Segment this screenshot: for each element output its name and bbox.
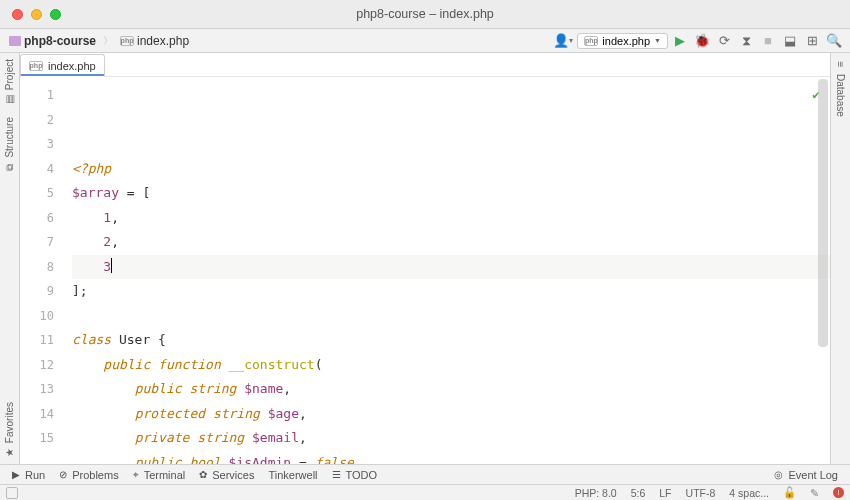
readonly-lock-icon[interactable]: 🔓	[783, 486, 796, 499]
warning-icon: ⊘	[59, 469, 67, 480]
code-line[interactable]: class User {	[72, 328, 830, 353]
terminal-tool-label: Terminal	[144, 469, 186, 481]
code-token	[72, 234, 103, 249]
line-number: 3	[20, 132, 54, 157]
minimize-window-button[interactable]	[31, 9, 42, 20]
code-token: ,	[299, 430, 307, 445]
titlebar: php8-course – index.php	[0, 0, 850, 29]
code-token: ];	[72, 283, 88, 298]
editor-scrollbar[interactable]	[818, 79, 828, 462]
database-tool-tab[interactable]: ≡ Database	[831, 53, 850, 123]
favorites-tool-tab[interactable]: ★ Favorites	[0, 396, 19, 464]
event-log-icon: ◎	[774, 469, 783, 480]
breadcrumb-file-label: index.php	[137, 34, 189, 48]
php-file-icon: php	[584, 36, 598, 46]
code-line[interactable]: ];	[72, 279, 830, 304]
services-tool-button[interactable]: ✿Services	[193, 467, 260, 483]
profile-button[interactable]: ⧗	[736, 31, 756, 51]
line-number: 5	[20, 181, 54, 206]
code-token: User {	[119, 332, 166, 347]
chevron-down-icon: ▼	[654, 37, 661, 44]
problems-tool-label: Problems	[72, 469, 118, 481]
cursor-position-status[interactable]: 5:6	[631, 487, 646, 499]
code-token: class	[72, 332, 119, 347]
code-token	[72, 210, 103, 225]
code-line[interactable]: public bool $isAdmin = false	[72, 451, 830, 465]
indent-status[interactable]: 4 spac...	[729, 487, 769, 499]
run-button[interactable]: ▶	[670, 31, 690, 51]
php-version-status[interactable]: PHP: 8.0	[575, 487, 617, 499]
code-token: $email	[252, 430, 299, 445]
search-everywhere-button[interactable]: 🔍	[824, 31, 844, 51]
project-tool-label: Project	[4, 59, 15, 90]
run-config-select[interactable]: php index.php ▼	[577, 33, 668, 49]
line-number: 15	[20, 426, 54, 451]
code-line[interactable]: 1,	[72, 206, 830, 231]
maximize-window-button[interactable]	[50, 9, 61, 20]
toolbar-right: 👤▾ php index.php ▼ ▶ 🐞 ⟳ ⧗ ■ ⬓ ⊞ 🔍	[555, 31, 844, 51]
code-line[interactable]: 3	[72, 255, 830, 280]
code-token: $name	[244, 381, 283, 396]
commit-icon[interactable]: ✎	[810, 487, 819, 499]
error-indicator[interactable]: !	[833, 487, 844, 498]
code-token: 2	[103, 234, 111, 249]
code-line[interactable]	[72, 304, 830, 329]
code-token	[72, 455, 135, 465]
run-tool-button[interactable]: ▶Run	[6, 467, 51, 483]
line-number: 8	[20, 255, 54, 280]
close-window-button[interactable]	[12, 9, 23, 20]
event-log-button[interactable]: ◎Event Log	[768, 467, 844, 483]
code-token: ,	[111, 210, 119, 225]
structure-tool-label: Structure	[4, 117, 15, 158]
tool-window-bar: ▶Run ⊘Problems ⌖Terminal ✿Services Tinke…	[0, 464, 850, 484]
scrollbar-thumb[interactable]	[818, 79, 828, 347]
line-number: 7	[20, 230, 54, 255]
file-encoding-status[interactable]: UTF-8	[686, 487, 716, 499]
structure-tool-tab[interactable]: ⧉ Structure	[0, 111, 19, 180]
breadcrumb-file[interactable]: php index.php	[117, 32, 192, 50]
tinkerwell-tool-button[interactable]: Tinkerwell	[262, 467, 323, 483]
code-token: 1	[103, 210, 111, 225]
editor-tab-bar: php index.php	[20, 53, 830, 77]
problems-tool-button[interactable]: ⊘Problems	[53, 467, 124, 483]
code-token: public function	[103, 357, 228, 372]
user-menu-button[interactable]: 👤▾	[555, 31, 575, 51]
line-number: 13	[20, 377, 54, 402]
code-area[interactable]: ✔ <?php$array = [ 1, 2, 3];class User { …	[62, 77, 830, 464]
code-line[interactable]: private string $email,	[72, 426, 830, 451]
right-tool-tabs: ≡ Database	[830, 53, 850, 464]
navigation-bar: php8-course 〉 php index.php 👤▾ php index…	[0, 29, 850, 53]
code-token	[72, 259, 103, 274]
editor-tab[interactable]: php index.php	[20, 54, 105, 77]
code-line[interactable]: protected string $age,	[72, 402, 830, 427]
code-line[interactable]: public function __construct(	[72, 353, 830, 378]
code-token	[72, 430, 135, 445]
tool-window-toggle-button[interactable]	[6, 487, 18, 499]
terminal-tool-button[interactable]: ⌖Terminal	[127, 467, 192, 483]
code-line[interactable]: public string $name,	[72, 377, 830, 402]
project-tool-tab[interactable]: ▤ Project	[0, 53, 19, 111]
todo-tool-label: TODO	[346, 469, 378, 481]
debug-button[interactable]: 🐞	[692, 31, 712, 51]
run-tool-label: Run	[25, 469, 45, 481]
line-separator-status[interactable]: LF	[659, 487, 671, 499]
code-token: ,	[111, 234, 119, 249]
code-token	[72, 406, 135, 421]
code-token: protected string	[135, 406, 268, 421]
editor-body[interactable]: 123456789101112131415 ✔ <?php$array = [ …	[20, 77, 830, 464]
code-token: false	[315, 455, 354, 465]
coverage-button[interactable]: ⟳	[714, 31, 734, 51]
code-line[interactable]: 2,	[72, 230, 830, 255]
breadcrumb-project[interactable]: php8-course	[6, 32, 99, 50]
code-line[interactable]: <?php	[72, 157, 830, 182]
editor-area: php index.php 123456789101112131415 ✔ <?…	[20, 53, 830, 464]
database-icon: ≡	[835, 62, 846, 68]
git-update-button[interactable]: ⬓	[780, 31, 800, 51]
windows-button[interactable]: ⊞	[802, 31, 822, 51]
code-token: ,	[283, 381, 291, 396]
code-token: ,	[299, 406, 307, 421]
code-line[interactable]: $array = [	[72, 181, 830, 206]
stop-button[interactable]: ■	[758, 31, 778, 51]
window-controls	[0, 9, 61, 20]
todo-tool-button[interactable]: ☰TODO	[326, 467, 384, 483]
